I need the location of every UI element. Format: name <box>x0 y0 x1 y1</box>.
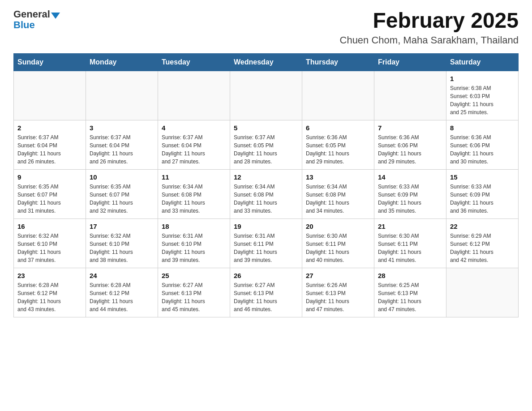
day-cell: 5Sunrise: 6:37 AM Sunset: 6:05 PM Daylig… <box>230 120 302 169</box>
day-cell: 11Sunrise: 6:34 AM Sunset: 6:08 PM Dayli… <box>158 169 230 218</box>
day-cell: 4Sunrise: 6:37 AM Sunset: 6:04 PM Daylig… <box>158 120 230 169</box>
day-cell <box>14 71 86 120</box>
week-row-4: 16Sunrise: 6:32 AM Sunset: 6:10 PM Dayli… <box>14 218 519 268</box>
week-row-1: 1Sunrise: 6:38 AM Sunset: 6:03 PM Daylig… <box>14 71 519 120</box>
day-cell: 27Sunrise: 6:26 AM Sunset: 6:13 PM Dayli… <box>302 268 374 317</box>
header-cell-tuesday: Tuesday <box>158 53 230 71</box>
day-info: Sunrise: 6:25 AM Sunset: 6:13 PM Dayligh… <box>378 281 442 313</box>
day-info: Sunrise: 6:34 AM Sunset: 6:08 PM Dayligh… <box>234 183 298 215</box>
day-info: Sunrise: 6:26 AM Sunset: 6:13 PM Dayligh… <box>306 281 370 313</box>
day-number: 11 <box>162 173 226 181</box>
title-block: February 2025 Chuen Chom, Maha Sarakham,… <box>340 9 519 46</box>
day-info: Sunrise: 6:37 AM Sunset: 6:04 PM Dayligh… <box>90 133 154 166</box>
day-cell <box>302 71 374 120</box>
logo-general-line: General <box>13 9 60 20</box>
day-cell: 16Sunrise: 6:32 AM Sunset: 6:10 PM Dayli… <box>14 218 86 268</box>
day-number: 12 <box>234 173 298 181</box>
header-cell-friday: Friday <box>374 53 446 71</box>
header-row: SundayMondayTuesdayWednesdayThursdayFrid… <box>14 53 519 71</box>
header-cell-wednesday: Wednesday <box>230 53 302 71</box>
day-info: Sunrise: 6:34 AM Sunset: 6:08 PM Dayligh… <box>162 183 226 215</box>
day-cell: 3Sunrise: 6:37 AM Sunset: 6:04 PM Daylig… <box>86 120 158 169</box>
day-info: Sunrise: 6:30 AM Sunset: 6:11 PM Dayligh… <box>378 232 442 264</box>
day-number: 8 <box>450 124 515 132</box>
week-row-2: 2Sunrise: 6:37 AM Sunset: 6:04 PM Daylig… <box>14 120 519 169</box>
day-cell: 2Sunrise: 6:37 AM Sunset: 6:04 PM Daylig… <box>14 120 86 169</box>
day-number: 17 <box>90 223 154 230</box>
day-cell <box>446 268 519 317</box>
day-cell: 22Sunrise: 6:29 AM Sunset: 6:12 PM Dayli… <box>446 218 519 268</box>
day-info: Sunrise: 6:32 AM Sunset: 6:10 PM Dayligh… <box>17 232 82 264</box>
calendar-title: February 2025 <box>340 9 519 33</box>
day-cell: 7Sunrise: 6:36 AM Sunset: 6:06 PM Daylig… <box>374 120 446 169</box>
day-cell: 17Sunrise: 6:32 AM Sunset: 6:10 PM Dayli… <box>86 218 158 268</box>
day-cell <box>230 71 302 120</box>
day-info: Sunrise: 6:28 AM Sunset: 6:12 PM Dayligh… <box>17 281 82 313</box>
day-cell: 19Sunrise: 6:31 AM Sunset: 6:11 PM Dayli… <box>230 218 302 268</box>
day-number: 7 <box>378 124 442 132</box>
day-number: 24 <box>90 272 154 279</box>
day-info: Sunrise: 6:37 AM Sunset: 6:05 PM Dayligh… <box>234 133 298 166</box>
day-number: 10 <box>90 173 154 181</box>
day-cell <box>374 71 446 120</box>
day-cell: 1Sunrise: 6:38 AM Sunset: 6:03 PM Daylig… <box>446 71 519 120</box>
logo-triangle-icon <box>51 13 60 19</box>
day-cell: 26Sunrise: 6:27 AM Sunset: 6:13 PM Dayli… <box>230 268 302 317</box>
logo-general-text: General <box>13 9 50 20</box>
day-number: 15 <box>450 173 515 181</box>
day-number: 22 <box>450 223 515 230</box>
day-cell: 6Sunrise: 6:36 AM Sunset: 6:05 PM Daylig… <box>302 120 374 169</box>
day-info: Sunrise: 6:33 AM Sunset: 6:09 PM Dayligh… <box>378 183 442 215</box>
day-number: 21 <box>378 223 442 230</box>
day-info: Sunrise: 6:35 AM Sunset: 6:07 PM Dayligh… <box>17 183 82 215</box>
day-number: 6 <box>306 124 370 132</box>
day-info: Sunrise: 6:31 AM Sunset: 6:10 PM Dayligh… <box>162 232 226 264</box>
week-row-5: 23Sunrise: 6:28 AM Sunset: 6:12 PM Dayli… <box>14 268 519 317</box>
day-number: 19 <box>234 223 298 230</box>
day-number: 28 <box>378 272 442 279</box>
day-cell: 25Sunrise: 6:27 AM Sunset: 6:13 PM Dayli… <box>158 268 230 317</box>
day-cell: 8Sunrise: 6:36 AM Sunset: 6:06 PM Daylig… <box>446 120 519 169</box>
day-info: Sunrise: 6:33 AM Sunset: 6:09 PM Dayligh… <box>450 183 515 215</box>
day-info: Sunrise: 6:29 AM Sunset: 6:12 PM Dayligh… <box>450 232 515 264</box>
day-cell: 23Sunrise: 6:28 AM Sunset: 6:12 PM Dayli… <box>14 268 86 317</box>
day-info: Sunrise: 6:34 AM Sunset: 6:08 PM Dayligh… <box>306 183 370 215</box>
day-info: Sunrise: 6:35 AM Sunset: 6:07 PM Dayligh… <box>90 183 154 215</box>
day-number: 13 <box>306 173 370 181</box>
day-cell: 9Sunrise: 6:35 AM Sunset: 6:07 PM Daylig… <box>14 169 86 218</box>
day-info: Sunrise: 6:28 AM Sunset: 6:12 PM Dayligh… <box>90 281 154 313</box>
header-cell-sunday: Sunday <box>14 53 86 71</box>
day-number: 2 <box>17 124 82 132</box>
header-cell-thursday: Thursday <box>302 53 374 71</box>
day-number: 25 <box>162 272 226 279</box>
day-info: Sunrise: 6:36 AM Sunset: 6:06 PM Dayligh… <box>450 133 515 166</box>
logo-blue-text: Blue <box>13 19 35 30</box>
day-number: 26 <box>234 272 298 279</box>
day-number: 27 <box>306 272 370 279</box>
day-cell <box>86 71 158 120</box>
day-cell: 21Sunrise: 6:30 AM Sunset: 6:11 PM Dayli… <box>374 218 446 268</box>
day-info: Sunrise: 6:36 AM Sunset: 6:06 PM Dayligh… <box>378 133 442 166</box>
day-info: Sunrise: 6:36 AM Sunset: 6:05 PM Dayligh… <box>306 133 370 166</box>
day-cell: 14Sunrise: 6:33 AM Sunset: 6:09 PM Dayli… <box>374 169 446 218</box>
day-number: 4 <box>162 124 226 132</box>
day-cell: 18Sunrise: 6:31 AM Sunset: 6:10 PM Dayli… <box>158 218 230 268</box>
day-cell: 13Sunrise: 6:34 AM Sunset: 6:08 PM Dayli… <box>302 169 374 218</box>
header-cell-saturday: Saturday <box>446 53 519 71</box>
day-info: Sunrise: 6:37 AM Sunset: 6:04 PM Dayligh… <box>162 133 226 166</box>
day-cell: 10Sunrise: 6:35 AM Sunset: 6:07 PM Dayli… <box>86 169 158 218</box>
day-info: Sunrise: 6:37 AM Sunset: 6:04 PM Dayligh… <box>17 133 82 166</box>
day-number: 9 <box>17 173 82 181</box>
calendar-table: SundayMondayTuesdayWednesdayThursdayFrid… <box>13 53 519 317</box>
day-cell: 20Sunrise: 6:30 AM Sunset: 6:11 PM Dayli… <box>302 218 374 268</box>
day-cell <box>158 71 230 120</box>
day-info: Sunrise: 6:30 AM Sunset: 6:11 PM Dayligh… <box>306 232 370 264</box>
day-cell: 28Sunrise: 6:25 AM Sunset: 6:13 PM Dayli… <box>374 268 446 317</box>
day-info: Sunrise: 6:31 AM Sunset: 6:11 PM Dayligh… <box>234 232 298 264</box>
day-number: 20 <box>306 223 370 230</box>
day-info: Sunrise: 6:38 AM Sunset: 6:03 PM Dayligh… <box>450 84 515 116</box>
day-cell: 15Sunrise: 6:33 AM Sunset: 6:09 PM Dayli… <box>446 169 519 218</box>
day-cell: 24Sunrise: 6:28 AM Sunset: 6:12 PM Dayli… <box>86 268 158 317</box>
day-number: 18 <box>162 223 226 230</box>
day-info: Sunrise: 6:32 AM Sunset: 6:10 PM Dayligh… <box>90 232 154 264</box>
